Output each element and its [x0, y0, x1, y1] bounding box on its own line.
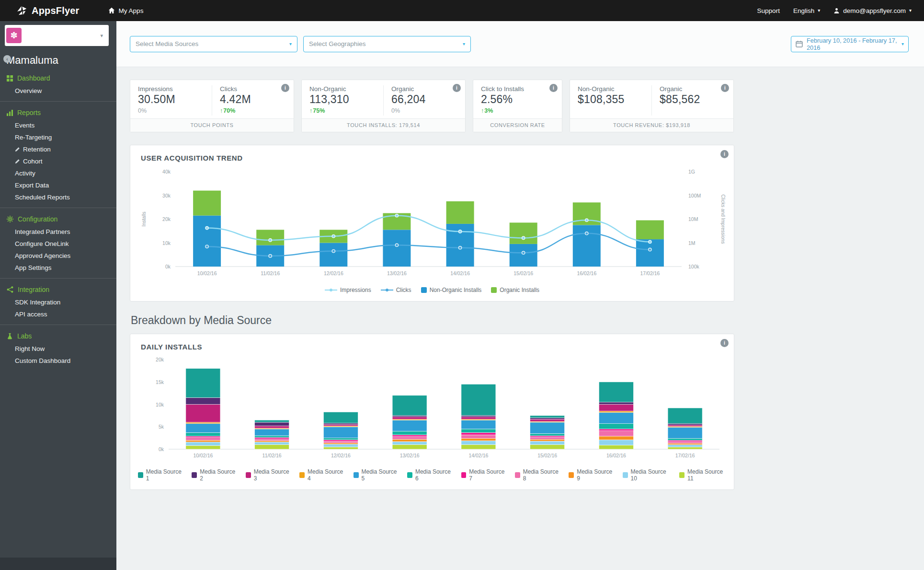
media-sources-select[interactable]: Select Media Sources ▾: [130, 36, 297, 52]
sidebar-item-integrated-partners[interactable]: Integrated Partners: [0, 226, 116, 238]
bar-segment[interactable]: [392, 417, 427, 419]
bar-segment[interactable]: [668, 440, 702, 442]
sidebar-collapse-button[interactable]: ‹: [3, 55, 11, 63]
data-point[interactable]: [649, 248, 651, 251]
data-point[interactable]: [205, 226, 208, 229]
bar-segment[interactable]: [392, 420, 427, 431]
sidebar-item-custom-dashboard[interactable]: Custom Dashboard: [0, 355, 116, 367]
bar-segment[interactable]: [323, 447, 358, 449]
legend-item-media-source-4[interactable]: Media Source 4: [299, 468, 343, 482]
sidebar-section-configuration[interactable]: Configuration: [0, 212, 116, 226]
bar-segment[interactable]: [186, 438, 220, 441]
bar-segment[interactable]: [255, 436, 289, 438]
legend-item-media-source-5[interactable]: Media Source 5: [354, 468, 398, 482]
bar-segment[interactable]: [530, 419, 565, 421]
bar-segment[interactable]: [383, 230, 411, 267]
bar-segment[interactable]: [193, 191, 221, 216]
data-point[interactable]: [395, 244, 398, 246]
info-icon[interactable]: i: [720, 339, 729, 347]
bar-segment[interactable]: [599, 412, 633, 423]
data-point[interactable]: [458, 246, 461, 249]
bar-segment[interactable]: [186, 424, 220, 433]
bar-segment[interactable]: [530, 441, 565, 445]
data-point[interactable]: [522, 251, 525, 254]
bar-segment[interactable]: [319, 243, 347, 267]
bar-segment[interactable]: [392, 439, 427, 442]
bar-segment[interactable]: [186, 369, 220, 398]
bar-segment[interactable]: [461, 432, 496, 435]
bar-segment[interactable]: [392, 416, 427, 417]
legend-item-media-source-2[interactable]: Media Source 2: [192, 468, 236, 482]
bar-segment[interactable]: [668, 447, 702, 449]
bar-segment[interactable]: [530, 445, 565, 449]
bar-segment[interactable]: [323, 425, 358, 426]
bar-segment[interactable]: [255, 441, 289, 442]
bar-segment[interactable]: [255, 438, 289, 439]
bar-segment[interactable]: [392, 435, 427, 437]
bar-segment[interactable]: [461, 435, 496, 439]
bar-segment[interactable]: [599, 382, 633, 402]
data-point[interactable]: [269, 239, 272, 242]
info-icon[interactable]: i: [721, 84, 729, 92]
data-point[interactable]: [205, 245, 208, 248]
bar-segment[interactable]: [573, 225, 601, 267]
data-point[interactable]: [332, 235, 335, 238]
bar-segment[interactable]: [255, 445, 289, 449]
bar-segment[interactable]: [323, 441, 358, 443]
bar-segment[interactable]: [392, 442, 427, 445]
legend-item-media-source-11[interactable]: Media Source 11: [679, 468, 726, 482]
bar-segment[interactable]: [599, 445, 633, 449]
bar-segment[interactable]: [530, 437, 565, 440]
info-icon[interactable]: i: [549, 84, 558, 92]
bar-segment[interactable]: [256, 230, 284, 245]
bar-segment[interactable]: [323, 438, 358, 440]
sidebar-item-export-data[interactable]: Export Data: [0, 179, 116, 191]
bar-segment[interactable]: [255, 420, 289, 422]
bar-segment[interactable]: [461, 416, 496, 417]
info-icon[interactable]: i: [281, 84, 289, 92]
sidebar-section-labs[interactable]: Labs: [0, 329, 116, 343]
bar-segment[interactable]: [510, 222, 537, 244]
bar-segment[interactable]: [392, 445, 427, 449]
bar-segment[interactable]: [461, 441, 496, 444]
bar-segment[interactable]: [530, 418, 565, 419]
bar-segment[interactable]: [599, 405, 633, 411]
data-point[interactable]: [585, 219, 588, 221]
bar-segment[interactable]: [461, 445, 496, 449]
bar-segment[interactable]: [186, 398, 220, 405]
my-apps-button[interactable]: My Apps: [108, 7, 144, 14]
bar-segment[interactable]: [461, 420, 496, 429]
bar-segment[interactable]: [461, 384, 496, 415]
legend-item-media-source-3[interactable]: Media Source 3: [246, 468, 290, 482]
data-point[interactable]: [269, 255, 272, 257]
legend-item-media-source-1[interactable]: Media Source 1: [138, 468, 182, 482]
info-icon[interactable]: i: [453, 84, 461, 92]
bar-segment[interactable]: [323, 427, 358, 438]
sidebar-item-configure-onelink[interactable]: Configure OneLink: [0, 238, 116, 250]
sidebar-item-approved-agencies[interactable]: Approved Agencies: [0, 250, 116, 262]
bar-segment[interactable]: [599, 402, 633, 405]
legend-item-organic-installs[interactable]: Organic Installs: [491, 287, 539, 293]
bar-segment[interactable]: [530, 416, 565, 418]
sidebar-item-scheduled-reports[interactable]: Scheduled Reports: [0, 191, 116, 203]
bar-segment[interactable]: [668, 445, 702, 447]
bar-segment[interactable]: [186, 442, 220, 446]
appsflyer-logo[interactable]: AppsFlyer: [16, 5, 80, 16]
bar-segment[interactable]: [186, 405, 220, 422]
language-menu[interactable]: English ▾: [793, 7, 820, 14]
legend-item-non-organic-installs[interactable]: Non-Organic Installs: [421, 287, 482, 293]
bar-segment[interactable]: [255, 426, 289, 428]
legend-item-clicks[interactable]: Clicks: [381, 287, 411, 293]
sidebar-item-re-targeting[interactable]: Re-Targeting: [0, 131, 116, 143]
sidebar-item-overview[interactable]: Overview: [0, 85, 116, 97]
sidebar-section-integration[interactable]: Integration: [0, 283, 116, 296]
geographies-select[interactable]: Select Geographies ▾: [303, 36, 471, 52]
bar-segment[interactable]: [668, 424, 702, 425]
account-menu[interactable]: demo@appsflyer.com ▾: [833, 7, 912, 14]
bar-segment[interactable]: [599, 424, 633, 429]
bar-segment[interactable]: [668, 427, 702, 438]
legend-item-media-source-6[interactable]: Media Source 6: [407, 468, 451, 482]
bar-segment[interactable]: [255, 429, 289, 436]
date-range-picker[interactable]: February 10, 2016 - February 17, 2016 ▾: [791, 36, 909, 52]
bar-segment[interactable]: [323, 412, 358, 423]
